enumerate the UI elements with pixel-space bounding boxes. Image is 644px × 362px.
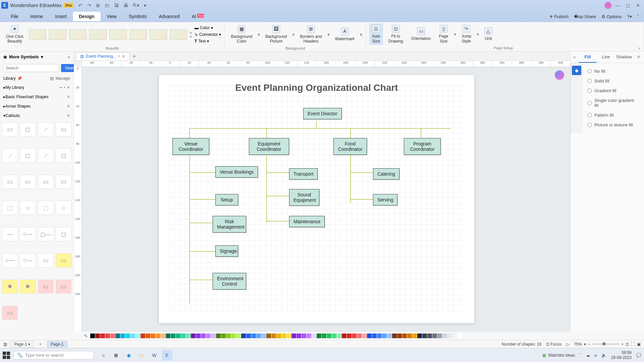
node-risk-management[interactable]: Risk Management	[213, 216, 246, 233]
node-event-director[interactable]: Event Director	[303, 108, 342, 119]
drawing-canvas[interactable]: Event Planning Organizational Chart	[82, 67, 570, 332]
redo-icon[interactable]: ↷	[87, 3, 91, 8]
mylib-import-icon[interactable]: ⇥	[59, 85, 62, 90]
color-swatch[interactable]	[261, 334, 266, 338]
borders-dropdown-icon[interactable]: ▾	[327, 32, 330, 37]
auto-size-button[interactable]: ⊡Auto Size	[369, 23, 383, 45]
taskbar-clock[interactable]: 08:5829-09-2023	[611, 350, 632, 360]
color-swatch[interactable]	[216, 334, 221, 338]
color-swatch[interactable]	[196, 334, 201, 338]
color-swatch[interactable]	[447, 334, 452, 338]
theme-5[interactable]	[109, 29, 127, 40]
bg-color-dropdown-icon[interactable]: ▾	[258, 32, 260, 37]
rtab-line[interactable]: Line	[597, 52, 615, 63]
focus-mode-button[interactable]: ⊡ Focus	[546, 342, 561, 347]
fill-color-button[interactable]: ▬ Color ▾	[195, 25, 221, 30]
theme-6[interactable]	[129, 29, 147, 40]
node-venue-bookings[interactable]: Venue Bookings	[215, 166, 258, 178]
color-swatch[interactable]	[231, 334, 236, 338]
color-swatch[interactable]	[191, 334, 196, 338]
color-swatch[interactable]	[161, 334, 165, 338]
color-swatch[interactable]	[402, 334, 407, 338]
background-picture-button[interactable]: 🖼Background Picture	[263, 24, 289, 45]
one-click-beautify-button[interactable]: ✦One Click Beautify	[3, 24, 26, 45]
color-swatch[interactable]	[342, 334, 346, 338]
fill-solid-radio[interactable]: Solid fill	[587, 76, 639, 86]
manage-icon[interactable]: ▤	[50, 76, 54, 81]
color-swatch[interactable]	[201, 334, 206, 338]
color-swatch[interactable]	[100, 334, 105, 338]
watermark-dropdown-icon[interactable]: ▾	[360, 32, 362, 37]
color-swatch[interactable]	[357, 334, 362, 338]
color-swatch[interactable]	[90, 334, 95, 338]
category-arrow-shapes[interactable]: ▸ Arrow Shapes✕	[0, 102, 73, 111]
text-theme-button[interactable]: T Text ▾	[195, 39, 221, 44]
right-panel-expand-icon[interactable]: »	[571, 52, 579, 63]
library-label[interactable]: Library	[3, 76, 16, 81]
color-swatch[interactable]	[397, 334, 402, 338]
fill-picture-radio[interactable]: Picture or texture fill	[587, 120, 639, 130]
jump-dropdown-icon[interactable]: ▾	[477, 32, 479, 37]
taskbar-search[interactable]: 🔍 Type here to search	[13, 351, 94, 359]
color-swatch[interactable]	[206, 334, 211, 338]
color-swatch[interactable]	[417, 334, 422, 338]
tray-wifi-icon[interactable]: ⸙	[595, 353, 597, 358]
color-swatch[interactable]	[452, 334, 457, 338]
color-swatch[interactable]	[226, 334, 231, 338]
node-equipment-coordinator[interactable]: Equipment Coordinator	[249, 138, 289, 155]
fit-page-icon[interactable]: ⊡	[626, 342, 629, 347]
bg-picture-dropdown-icon[interactable]: ▾	[292, 32, 294, 37]
zoom-dropdown-icon[interactable]: ▾	[584, 342, 586, 347]
menu-ai[interactable]: AIhot	[186, 12, 210, 21]
shape-item[interactable]: ▭	[2, 306, 18, 320]
minimize-icon[interactable]: —	[615, 3, 620, 8]
node-signage[interactable]: Signage	[215, 245, 238, 257]
fit-to-drawing-button[interactable]: ⊡Fit to Drawing	[386, 23, 406, 45]
shape-item[interactable]: ▭	[56, 175, 71, 189]
menu-advanced[interactable]: Advanced	[153, 12, 185, 21]
page-tab-1[interactable]: Page-1	[47, 341, 67, 348]
unit-button[interactable]: △Unit	[482, 26, 495, 42]
manage-label[interactable]: Manage	[56, 76, 70, 81]
collapse-ribbon-icon[interactable]: ˆ	[637, 14, 639, 19]
category-basic-flowchart[interactable]: ▸ Basic Flowchart Shapes✕	[0, 92, 73, 102]
taskbar-edrawmax-icon[interactable]: E	[162, 350, 172, 361]
menu-home[interactable]: Home	[24, 12, 49, 21]
shape-item[interactable]: ⬚	[2, 201, 18, 215]
shape-item[interactable]: ○	[56, 201, 71, 215]
node-transport[interactable]: Transport	[289, 168, 318, 180]
color-swatch[interactable]	[110, 334, 115, 338]
print-icon[interactable]: 🖶	[123, 3, 128, 8]
undo-icon[interactable]: ↶	[78, 3, 83, 8]
color-swatch[interactable]	[105, 334, 110, 338]
color-swatch[interactable]	[437, 334, 442, 338]
color-swatch[interactable]	[312, 334, 316, 338]
cat1-close-icon[interactable]: ✕	[67, 95, 70, 99]
fill-gradient-radio[interactable]: Gradient fill	[587, 86, 639, 96]
color-swatch[interactable]	[291, 334, 296, 338]
taskbar-explorer-icon[interactable]: 🗀	[136, 350, 147, 361]
shape-item[interactable]: ✸	[2, 280, 18, 294]
menu-insert[interactable]: Insert	[49, 12, 73, 21]
theme-2[interactable]	[49, 29, 66, 40]
theme-scroll-down-icon[interactable]: ▾	[190, 35, 192, 39]
color-swatch[interactable]	[352, 334, 357, 338]
shape-item[interactable]: ⬚	[38, 201, 54, 215]
pages-icon[interactable]: ▥	[3, 342, 7, 347]
menu-design[interactable]: Design	[73, 12, 101, 21]
fill-pattern-radio[interactable]: Pattern fill	[587, 110, 639, 120]
color-swatch[interactable]	[281, 334, 286, 338]
menu-file[interactable]: File	[5, 12, 24, 21]
color-swatch[interactable]	[412, 334, 417, 338]
watchlist-button[interactable]: ▦Watchlist ideas	[542, 353, 575, 358]
fill-tool-icon[interactable]: ◆	[572, 66, 581, 75]
color-swatch[interactable]	[422, 334, 427, 338]
color-swatch[interactable]	[332, 334, 336, 338]
windows-start-icon[interactable]	[3, 352, 10, 359]
publish-button[interactable]: ✈ Publish	[549, 14, 569, 19]
shape-item[interactable]: ▭	[38, 280, 54, 294]
color-swatch[interactable]	[432, 334, 437, 338]
zoom-slider[interactable]	[592, 344, 619, 345]
rpanel-close-icon[interactable]: ✕	[633, 52, 644, 63]
color-swatch[interactable]	[130, 334, 135, 338]
